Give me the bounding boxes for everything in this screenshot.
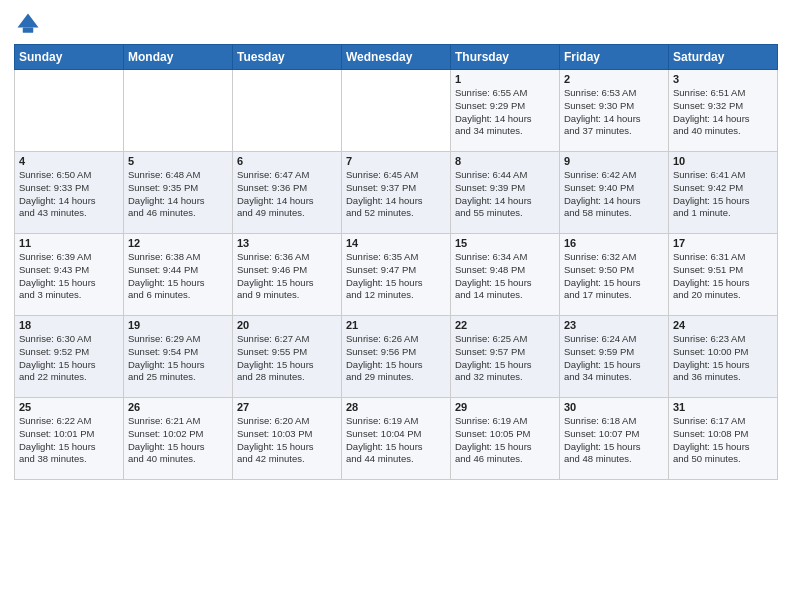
calendar-cell	[233, 70, 342, 152]
day-info: Sunrise: 6:19 AM Sunset: 10:04 PM Daylig…	[346, 415, 446, 466]
calendar-cell: 8Sunrise: 6:44 AM Sunset: 9:39 PM Daylig…	[451, 152, 560, 234]
day-info: Sunrise: 6:19 AM Sunset: 10:05 PM Daylig…	[455, 415, 555, 466]
weekday-header: Saturday	[669, 45, 778, 70]
day-info: Sunrise: 6:29 AM Sunset: 9:54 PM Dayligh…	[128, 333, 228, 384]
day-number: 8	[455, 155, 555, 167]
calendar-cell: 5Sunrise: 6:48 AM Sunset: 9:35 PM Daylig…	[124, 152, 233, 234]
day-number: 26	[128, 401, 228, 413]
calendar-cell: 30Sunrise: 6:18 AM Sunset: 10:07 PM Dayl…	[560, 398, 669, 480]
day-info: Sunrise: 6:26 AM Sunset: 9:56 PM Dayligh…	[346, 333, 446, 384]
weekday-header: Wednesday	[342, 45, 451, 70]
day-info: Sunrise: 6:34 AM Sunset: 9:48 PM Dayligh…	[455, 251, 555, 302]
day-number: 19	[128, 319, 228, 331]
day-number: 13	[237, 237, 337, 249]
day-number: 31	[673, 401, 773, 413]
day-info: Sunrise: 6:24 AM Sunset: 9:59 PM Dayligh…	[564, 333, 664, 384]
calendar-cell: 22Sunrise: 6:25 AM Sunset: 9:57 PM Dayli…	[451, 316, 560, 398]
calendar-cell: 19Sunrise: 6:29 AM Sunset: 9:54 PM Dayli…	[124, 316, 233, 398]
day-info: Sunrise: 6:21 AM Sunset: 10:02 PM Daylig…	[128, 415, 228, 466]
calendar-cell: 12Sunrise: 6:38 AM Sunset: 9:44 PM Dayli…	[124, 234, 233, 316]
svg-marker-0	[18, 14, 39, 28]
calendar-cell: 24Sunrise: 6:23 AM Sunset: 10:00 PM Dayl…	[669, 316, 778, 398]
calendar-cell: 14Sunrise: 6:35 AM Sunset: 9:47 PM Dayli…	[342, 234, 451, 316]
calendar-week-row: 11Sunrise: 6:39 AM Sunset: 9:43 PM Dayli…	[15, 234, 778, 316]
day-info: Sunrise: 6:48 AM Sunset: 9:35 PM Dayligh…	[128, 169, 228, 220]
day-number: 15	[455, 237, 555, 249]
calendar-header: SundayMondayTuesdayWednesdayThursdayFrid…	[15, 45, 778, 70]
day-number: 1	[455, 73, 555, 85]
day-info: Sunrise: 6:55 AM Sunset: 9:29 PM Dayligh…	[455, 87, 555, 138]
day-number: 7	[346, 155, 446, 167]
calendar-week-row: 25Sunrise: 6:22 AM Sunset: 10:01 PM Dayl…	[15, 398, 778, 480]
day-number: 12	[128, 237, 228, 249]
day-info: Sunrise: 6:35 AM Sunset: 9:47 PM Dayligh…	[346, 251, 446, 302]
day-info: Sunrise: 6:22 AM Sunset: 10:01 PM Daylig…	[19, 415, 119, 466]
day-info: Sunrise: 6:30 AM Sunset: 9:52 PM Dayligh…	[19, 333, 119, 384]
day-number: 30	[564, 401, 664, 413]
calendar-cell: 18Sunrise: 6:30 AM Sunset: 9:52 PM Dayli…	[15, 316, 124, 398]
calendar-week-row: 18Sunrise: 6:30 AM Sunset: 9:52 PM Dayli…	[15, 316, 778, 398]
calendar-cell: 25Sunrise: 6:22 AM Sunset: 10:01 PM Dayl…	[15, 398, 124, 480]
calendar-cell: 10Sunrise: 6:41 AM Sunset: 9:42 PM Dayli…	[669, 152, 778, 234]
day-info: Sunrise: 6:32 AM Sunset: 9:50 PM Dayligh…	[564, 251, 664, 302]
page-container: SundayMondayTuesdayWednesdayThursdayFrid…	[0, 0, 792, 488]
day-number: 23	[564, 319, 664, 331]
calendar-week-row: 1Sunrise: 6:55 AM Sunset: 9:29 PM Daylig…	[15, 70, 778, 152]
day-info: Sunrise: 6:44 AM Sunset: 9:39 PM Dayligh…	[455, 169, 555, 220]
day-number: 27	[237, 401, 337, 413]
day-number: 5	[128, 155, 228, 167]
svg-rect-1	[23, 28, 34, 33]
day-info: Sunrise: 6:50 AM Sunset: 9:33 PM Dayligh…	[19, 169, 119, 220]
day-number: 2	[564, 73, 664, 85]
calendar-cell: 11Sunrise: 6:39 AM Sunset: 9:43 PM Dayli…	[15, 234, 124, 316]
calendar-table: SundayMondayTuesdayWednesdayThursdayFrid…	[14, 44, 778, 480]
day-number: 24	[673, 319, 773, 331]
calendar-cell: 17Sunrise: 6:31 AM Sunset: 9:51 PM Dayli…	[669, 234, 778, 316]
weekday-row: SundayMondayTuesdayWednesdayThursdayFrid…	[15, 45, 778, 70]
day-info: Sunrise: 6:53 AM Sunset: 9:30 PM Dayligh…	[564, 87, 664, 138]
day-number: 28	[346, 401, 446, 413]
day-info: Sunrise: 6:39 AM Sunset: 9:43 PM Dayligh…	[19, 251, 119, 302]
calendar-cell: 7Sunrise: 6:45 AM Sunset: 9:37 PM Daylig…	[342, 152, 451, 234]
day-info: Sunrise: 6:17 AM Sunset: 10:08 PM Daylig…	[673, 415, 773, 466]
day-number: 10	[673, 155, 773, 167]
calendar-cell: 6Sunrise: 6:47 AM Sunset: 9:36 PM Daylig…	[233, 152, 342, 234]
day-number: 11	[19, 237, 119, 249]
day-number: 4	[19, 155, 119, 167]
day-info: Sunrise: 6:25 AM Sunset: 9:57 PM Dayligh…	[455, 333, 555, 384]
day-info: Sunrise: 6:18 AM Sunset: 10:07 PM Daylig…	[564, 415, 664, 466]
day-number: 17	[673, 237, 773, 249]
day-info: Sunrise: 6:38 AM Sunset: 9:44 PM Dayligh…	[128, 251, 228, 302]
calendar-cell: 28Sunrise: 6:19 AM Sunset: 10:04 PM Dayl…	[342, 398, 451, 480]
day-info: Sunrise: 6:41 AM Sunset: 9:42 PM Dayligh…	[673, 169, 773, 220]
calendar-cell: 4Sunrise: 6:50 AM Sunset: 9:33 PM Daylig…	[15, 152, 124, 234]
day-number: 3	[673, 73, 773, 85]
calendar-cell	[15, 70, 124, 152]
weekday-header: Sunday	[15, 45, 124, 70]
day-info: Sunrise: 6:23 AM Sunset: 10:00 PM Daylig…	[673, 333, 773, 384]
calendar-cell: 1Sunrise: 6:55 AM Sunset: 9:29 PM Daylig…	[451, 70, 560, 152]
day-number: 6	[237, 155, 337, 167]
day-number: 29	[455, 401, 555, 413]
calendar-cell: 16Sunrise: 6:32 AM Sunset: 9:50 PM Dayli…	[560, 234, 669, 316]
calendar-cell: 13Sunrise: 6:36 AM Sunset: 9:46 PM Dayli…	[233, 234, 342, 316]
day-number: 9	[564, 155, 664, 167]
day-info: Sunrise: 6:45 AM Sunset: 9:37 PM Dayligh…	[346, 169, 446, 220]
calendar-cell: 15Sunrise: 6:34 AM Sunset: 9:48 PM Dayli…	[451, 234, 560, 316]
day-info: Sunrise: 6:51 AM Sunset: 9:32 PM Dayligh…	[673, 87, 773, 138]
day-info: Sunrise: 6:31 AM Sunset: 9:51 PM Dayligh…	[673, 251, 773, 302]
logo	[14, 10, 46, 38]
calendar-cell: 9Sunrise: 6:42 AM Sunset: 9:40 PM Daylig…	[560, 152, 669, 234]
calendar-body: 1Sunrise: 6:55 AM Sunset: 9:29 PM Daylig…	[15, 70, 778, 480]
calendar-cell	[342, 70, 451, 152]
calendar-cell: 23Sunrise: 6:24 AM Sunset: 9:59 PM Dayli…	[560, 316, 669, 398]
day-number: 18	[19, 319, 119, 331]
day-number: 25	[19, 401, 119, 413]
calendar-cell: 3Sunrise: 6:51 AM Sunset: 9:32 PM Daylig…	[669, 70, 778, 152]
day-info: Sunrise: 6:36 AM Sunset: 9:46 PM Dayligh…	[237, 251, 337, 302]
calendar-cell: 21Sunrise: 6:26 AM Sunset: 9:56 PM Dayli…	[342, 316, 451, 398]
logo-icon	[14, 10, 42, 38]
day-number: 14	[346, 237, 446, 249]
weekday-header: Tuesday	[233, 45, 342, 70]
weekday-header: Monday	[124, 45, 233, 70]
